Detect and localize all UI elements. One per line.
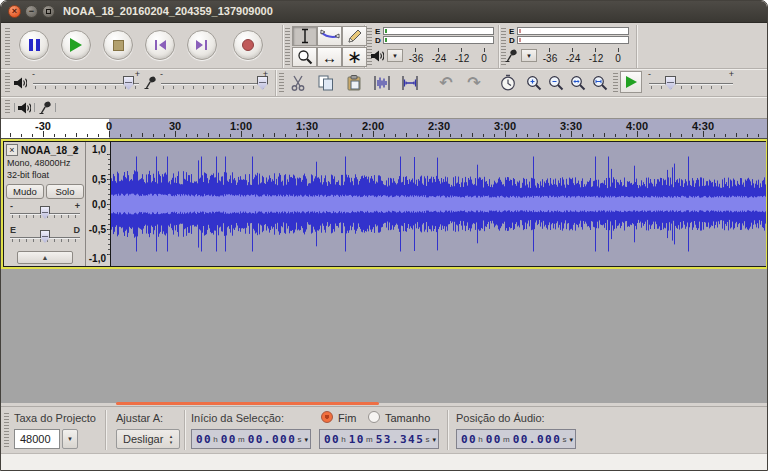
play-button[interactable]: [61, 30, 91, 60]
play-at-speed-button[interactable]: [620, 71, 642, 93]
recording-meter-dropdown[interactable]: ▼: [521, 49, 537, 62]
multi-tool-button[interactable]: ∗: [342, 47, 367, 67]
draw-tool-button[interactable]: [342, 26, 367, 46]
zoom-in-button[interactable]: [523, 72, 545, 94]
window-minimize-button[interactable]: −: [25, 5, 38, 18]
selection-end-radio[interactable]: [321, 411, 333, 423]
copy-button[interactable]: [315, 72, 337, 94]
redo-icon: ↷: [467, 75, 480, 91]
scale-label: -12: [589, 53, 603, 64]
stop-icon: [113, 40, 124, 51]
audio-track[interactable]: × NOAA_18_2 ▼ Mono, 48000Hz 32-bit float…: [3, 141, 766, 267]
sync-clock-button[interactable]: [497, 72, 519, 94]
speaker-icon: [18, 102, 31, 114]
vertical-amplitude-ruler[interactable]: 1,0 0,5 0,0 -0,5 -1,0: [86, 142, 110, 266]
toolbar-separator: [275, 70, 276, 96]
playback-meter-bar-left[interactable]: [383, 27, 494, 35]
selection-toolbar-grip[interactable]: [4, 413, 9, 449]
redo-button[interactable]: ↷: [463, 72, 485, 94]
timeline-tick: [494, 134, 495, 137]
dropdown-icon[interactable]: ▾: [304, 436, 308, 444]
track-close-button[interactable]: ×: [6, 144, 18, 156]
scale-label: -24: [432, 53, 446, 64]
timeline-tick: [461, 134, 462, 137]
cut-button[interactable]: [287, 72, 309, 94]
selection-start-field[interactable]: 00h00m00.000s ▾: [191, 429, 311, 449]
edit-toolbar-grip[interactable]: [279, 73, 284, 93]
track-menu-dropdown-icon[interactable]: ▼: [73, 146, 80, 153]
slider-track: [649, 83, 733, 84]
zoom-out-button[interactable]: [545, 72, 567, 94]
transcription-toolbar-grip[interactable]: [613, 73, 618, 93]
undo-button[interactable]: ↶: [435, 72, 457, 94]
fit-selection-button[interactable]: [567, 72, 589, 94]
playback-meter-bar-right[interactable]: [383, 36, 494, 44]
trim-outside-selection-button[interactable]: [371, 72, 393, 94]
spinner-arrows[interactable]: ▴ ▾: [166, 431, 176, 447]
window-maximize-button[interactable]: [42, 5, 55, 18]
selection-tool-button[interactable]: [292, 26, 317, 46]
playback-speed-slider[interactable]: - +: [649, 71, 733, 93]
mixer-toolbar-grip[interactable]: [5, 73, 10, 93]
status-bar: [1, 453, 768, 471]
minus-label: -: [32, 70, 35, 78]
window-close-button[interactable]: ×: [8, 5, 21, 18]
timeline-tick: [450, 134, 451, 137]
pause-button[interactable]: [19, 30, 49, 60]
fit-project-button[interactable]: [589, 72, 611, 94]
multi-tool-icon: ∗: [347, 52, 362, 62]
record-button[interactable]: [233, 30, 263, 60]
speaker-icon: [14, 77, 27, 89]
track-title[interactable]: NOAA_18_2: [21, 145, 78, 156]
waveform-area[interactable]: [110, 142, 766, 266]
transport-toolbar-grip[interactable]: [5, 28, 10, 66]
zoom-tool-icon: [297, 49, 313, 65]
timeline-tick: [483, 134, 484, 137]
skip-to-start-button[interactable]: [145, 30, 175, 60]
project-rate-dropdown[interactable]: ▼: [62, 429, 78, 449]
tools-toolbar-grip[interactable]: [285, 28, 290, 66]
horizontal-scrollbar-thumb[interactable]: [116, 402, 379, 405]
silence-selection-button[interactable]: [399, 72, 421, 94]
close-icon: ×: [9, 145, 14, 155]
zoom-tool-button[interactable]: [292, 47, 317, 67]
recording-meter-bar-right[interactable]: [517, 36, 629, 44]
time-shift-tool-button[interactable]: ↔: [317, 47, 342, 67]
timeline-tick: [131, 134, 132, 137]
selection-length-radio[interactable]: [368, 411, 380, 423]
skip-to-end-button[interactable]: [187, 30, 217, 60]
play-icon: [70, 38, 82, 52]
paste-button[interactable]: [343, 72, 365, 94]
title-bar[interactable]: × − NOAA_18_20160204_204359_137909000: [1, 1, 767, 23]
selection-length-radio-label[interactable]: Tamanho: [385, 412, 430, 424]
selection-start-label: Início da Selecção:: [191, 412, 284, 424]
recording-meter-bar-left[interactable]: [517, 27, 629, 35]
mute-button[interactable]: Mudo: [6, 184, 44, 199]
solo-button[interactable]: Solo: [46, 184, 84, 199]
stop-button[interactable]: [103, 30, 133, 60]
sync-clock-icon: [499, 74, 517, 92]
input-volume-slider[interactable]: - +: [161, 71, 267, 93]
selection-end-field[interactable]: 00h10m53.345s ▾: [319, 429, 439, 449]
track-pan-slider[interactable]: E D: [10, 226, 80, 248]
track-control-panel: × NOAA_18_2 ▼ Mono, 48000Hz 32-bit float…: [4, 142, 86, 266]
envelope-tool-button[interactable]: [317, 26, 342, 46]
scale-label: 0: [615, 53, 621, 64]
timeline-ruler[interactable]: -300301:001:302:002:303:003:304:004:30: [1, 119, 768, 139]
audio-position-field[interactable]: 00h00m00.000s ▾: [456, 429, 576, 449]
track-collapse-button[interactable]: ▲: [17, 251, 73, 264]
dropdown-icon[interactable]: ▾: [569, 436, 573, 444]
scale-label: 0: [481, 53, 487, 64]
minus-label: -: [648, 70, 651, 78]
output-volume-slider[interactable]: - +: [33, 71, 139, 93]
project-rate-value[interactable]: 48000: [14, 429, 60, 449]
timeline-tick: [87, 134, 88, 137]
playback-meter-dropdown[interactable]: ▼: [387, 49, 403, 62]
device-toolbar-grip[interactable]: [5, 100, 10, 115]
snap-to-select[interactable]: Desligar ▴ ▾: [116, 429, 180, 449]
dropdown-icon[interactable]: ▾: [432, 436, 436, 444]
track-gain-slider[interactable]: - +: [10, 202, 80, 224]
time-digits: 00: [196, 433, 212, 446]
timeline-tick: [329, 134, 330, 137]
selection-end-radio-label[interactable]: Fim: [338, 412, 356, 424]
